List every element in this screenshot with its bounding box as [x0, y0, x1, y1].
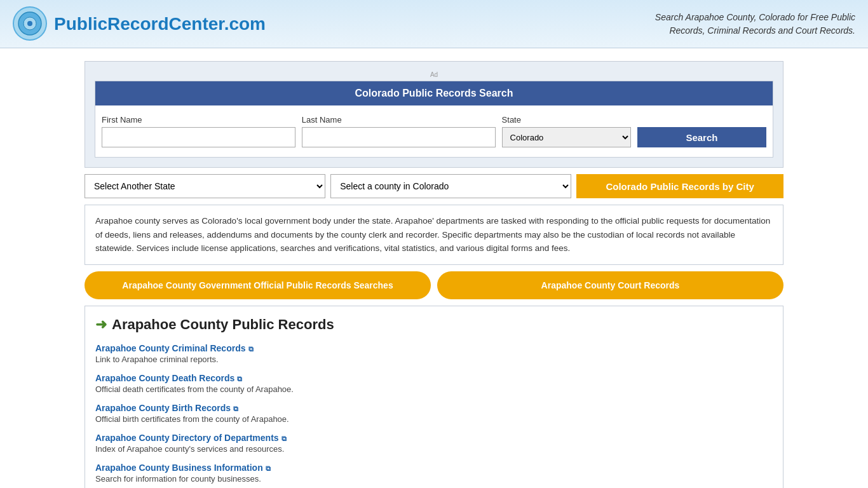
record-description: Official death certificates from the cou…	[95, 384, 773, 394]
city-records-button[interactable]: Colorado Public Records by City	[576, 174, 783, 198]
record-item: Arapahoe County Death Records⧉Official d…	[95, 373, 773, 394]
svg-point-3	[27, 21, 32, 26]
external-link-icon: ⧉	[248, 345, 254, 353]
search-fields: First Name Last Name State Colorado	[102, 115, 766, 147]
last-name-field: Last Name	[302, 115, 496, 147]
records-title-text: Arapahoe County Public Records	[112, 316, 334, 333]
search-box-container: Ad Colorado Public Records Search First …	[85, 61, 783, 168]
search-box-title: Colorado Public Records Search	[95, 81, 773, 105]
record-description: Link to Arapahoe criminal reports.	[95, 355, 773, 364]
record-link[interactable]: Arapahoe County Birth Records⧉	[95, 403, 238, 413]
search-box-inner: Colorado Public Records Search First Nam…	[95, 81, 773, 158]
record-item: Arapahoe County Business Information⧉Sea…	[95, 463, 773, 484]
state-field: State Colorado	[502, 115, 631, 147]
records-title: ➜ Arapahoe County Public Records	[95, 316, 773, 333]
record-description: Official birth certificates from the cou…	[95, 414, 773, 424]
logo-text: PublicRecordCenter.com	[54, 14, 266, 34]
records-list: Arapahoe County Criminal Records⧉Link to…	[95, 343, 773, 488]
last-name-input[interactable]	[302, 127, 496, 147]
description-text: Arapahoe county serves as Colorado's loc…	[95, 214, 773, 255]
first-name-input[interactable]	[102, 127, 295, 147]
last-name-label: Last Name	[302, 115, 496, 125]
search-btn-wrap: Search	[637, 127, 766, 147]
arrow-icon: ➜	[95, 316, 107, 333]
search-form: First Name Last Name State Colorado	[95, 105, 773, 157]
logo-icon	[13, 6, 48, 41]
court-records-button[interactable]: Arapahoe County Court Records	[437, 271, 783, 299]
record-item: Arapahoe County Criminal Records⧉Link to…	[95, 343, 773, 364]
logo-area: PublicRecordCenter.com	[13, 6, 266, 41]
header-tagline: Search Arapahoe County, Colorado for Fre…	[633, 11, 855, 37]
record-description: Search for information for county busine…	[95, 474, 773, 484]
ad-label: Ad	[95, 71, 773, 78]
record-link[interactable]: Arapahoe County Business Information⧉	[95, 463, 271, 473]
external-link-icon: ⧉	[233, 405, 238, 412]
county-selector[interactable]: Select a county in Colorado	[330, 174, 571, 198]
external-link-icon: ⧉	[281, 435, 287, 442]
first-name-field: First Name	[102, 115, 295, 147]
external-link-icon: ⧉	[237, 375, 242, 383]
selectors-row: Select Another State Select a county in …	[85, 174, 783, 198]
record-link[interactable]: Arapahoe County Death Records⧉	[95, 373, 242, 383]
state-selector[interactable]: Select Another State	[85, 174, 325, 198]
record-link[interactable]: Arapahoe County Directory of Departments…	[95, 433, 287, 443]
record-link[interactable]: Arapahoe County Criminal Records⧉	[95, 343, 254, 353]
first-name-label: First Name	[102, 115, 295, 125]
records-section: ➜ Arapahoe County Public Records Arapaho…	[85, 306, 783, 488]
record-item: Arapahoe County Directory of Departments…	[95, 433, 773, 454]
record-item: Arapahoe County Birth Records⧉Official b…	[95, 403, 773, 424]
search-button[interactable]: Search	[637, 127, 766, 147]
site-header: PublicRecordCenter.com Search Arapahoe C…	[0, 0, 868, 48]
record-description: Index of Arapahoe county's services and …	[95, 444, 773, 454]
state-label: State	[502, 115, 631, 125]
action-buttons: Arapahoe County Government Official Publ…	[85, 271, 783, 299]
description-box: Arapahoe county serves as Colorado's loc…	[85, 205, 783, 265]
external-link-icon: ⧉	[266, 464, 271, 472]
government-records-button[interactable]: Arapahoe County Government Official Publ…	[85, 271, 431, 299]
main-content: Ad Colorado Public Records Search First …	[0, 48, 868, 488]
state-select[interactable]: Colorado	[502, 127, 631, 147]
